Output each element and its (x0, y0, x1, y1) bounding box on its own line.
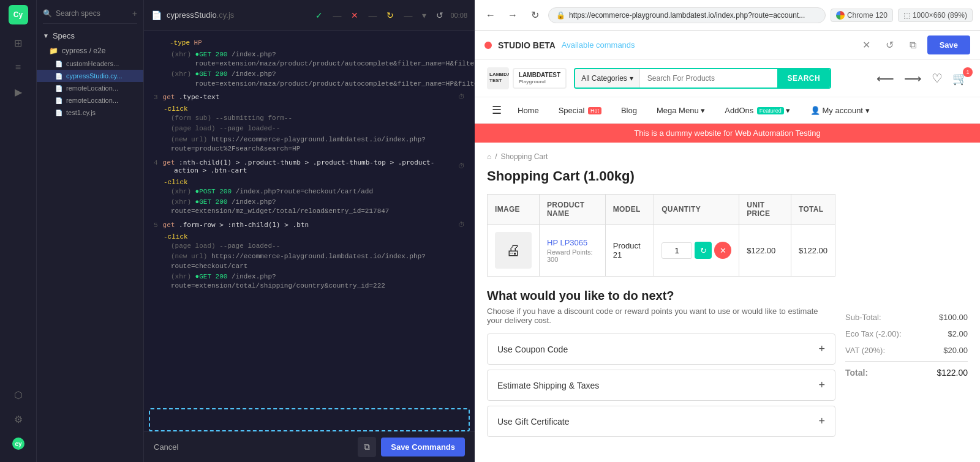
back-arrow-icon[interactable]: ⟵ (876, 71, 894, 86)
accordion-coupon-header[interactable]: Use Coupon Code + (488, 334, 835, 364)
logo-icon: LAMBDA TEST (487, 67, 509, 89)
search-area: All Categories ▾ SEARCH (574, 68, 831, 89)
cart-icon[interactable]: 🛒 1 (952, 71, 968, 86)
site-nav: ☰ Home Special Hot Blog Mega Menu ▾ AddO… (475, 97, 980, 124)
studio-copy-btn[interactable]: ⧉ (904, 36, 922, 54)
xhr-new-url-2: (new url) https://ecommerce-playground.l… (144, 251, 475, 272)
logo-text: LAMBDATEST Playground (513, 68, 567, 89)
file-panel: 🔍 Search specs + ▼ Specs 📁 cypress / e2e… (37, 0, 144, 462)
product-qty-cell: ↻ ✕ (654, 225, 739, 277)
accordion-gift-header[interactable]: Use Gift Certificate + (488, 406, 835, 436)
breadcrumb: ⌂ / Shopping Cart (487, 152, 968, 161)
browser-info: Chrome 120 ⬚ 1000×660 (89%) (831, 9, 973, 22)
step-3-header: 3get .type-text ⏱ (144, 89, 475, 105)
wishlist-icon[interactable]: ♡ (932, 71, 943, 86)
product-name-link[interactable]: HP LP3065 (547, 238, 598, 247)
sidebar-analytics[interactable]: ⬡ (7, 384, 29, 406)
address-bar[interactable]: 🔒 https://ecommerce-playground.lambdates… (548, 7, 826, 23)
studio-close-btn[interactable]: ✕ (858, 36, 876, 54)
back-button[interactable]: ← (482, 7, 499, 24)
chrome-icon (836, 11, 845, 20)
step-5-clock: ⏱ (458, 221, 465, 229)
nav-home[interactable]: Home (509, 99, 548, 122)
account-icon: 👤 (810, 106, 820, 115)
cart-main: Shopping Cart (1.00kg) IMAGE PRODUCT NAM… (487, 168, 835, 442)
left-sidebar: Cy ⊞ ≡ ▶ ⬡ ⚙ cy (0, 0, 37, 462)
save-commands-button[interactable]: Save Commands (381, 438, 465, 456)
studio-save-btn[interactable]: Save (927, 35, 970, 54)
accordion-gift: Use Gift Certificate + (487, 406, 835, 437)
sidebar-overview[interactable]: ⊞ (7, 32, 29, 54)
file-cypressStudio[interactable]: 📄 cypressStudio.cy... (37, 70, 143, 82)
code-body: -type HP (xhr) ●GET 200 /index.php? rout… (144, 31, 475, 431)
copy-button[interactable]: ⧉ (358, 437, 376, 457)
cancel-button[interactable]: Cancel (154, 442, 178, 452)
studio-dot (484, 42, 492, 49)
step-5-click: -click (144, 233, 475, 241)
app-logo[interactable]: Cy (9, 5, 28, 24)
svg-text:cy: cy (15, 441, 22, 447)
step-3-click: -click (144, 105, 475, 113)
add-spec-btn[interactable]: + (132, 9, 137, 18)
nav-blog[interactable]: Blog (612, 99, 646, 122)
search-category-dropdown[interactable]: All Categories ▾ (575, 69, 640, 88)
footer-right: ⧉ Save Commands (358, 437, 465, 457)
ecotax-label: Eco Tax (-2.00): (845, 329, 902, 338)
dropdown-btn[interactable]: ▾ (419, 9, 429, 22)
home-icon[interactable]: ⌂ (487, 152, 491, 161)
xhr-line-2: (xhr) ●GET 200 /index.php? route=extensi… (144, 69, 475, 89)
search-specs-label: Search specs (56, 9, 100, 18)
xhr-line-1: (xhr) ●GET 200 /index.php? route=extensi… (144, 50, 475, 70)
featured-badge: Featured (757, 107, 784, 114)
summary-vat: VAT (20%): $20.00 (845, 342, 968, 359)
hamburger-icon[interactable]: ☰ (487, 97, 507, 123)
qty-input[interactable] (662, 242, 692, 259)
reload-btn[interactable]: ↺ (433, 9, 447, 22)
search-button[interactable]: SEARCH (777, 69, 830, 88)
product-image-cell: 🖨 (488, 225, 540, 277)
timestamp: 00:08 (450, 12, 467, 19)
total-value: $122.00 (937, 368, 968, 378)
file-remoteLocation1[interactable]: 📄 remoteLocation... (37, 82, 143, 94)
url-text: https://ecommerce-playground.lambdatest.… (569, 11, 818, 20)
browser-content: LAMBDA TEST LAMBDATEST Playground All Ca… (475, 60, 980, 462)
separator3: — (401, 9, 415, 22)
cross-btn[interactable]: ✕ (348, 9, 361, 22)
spinner-btn[interactable]: ↻ (383, 9, 397, 22)
nav-special[interactable]: Special Hot (550, 99, 610, 122)
qty-refresh-btn[interactable]: ↻ (695, 242, 712, 259)
check-btn[interactable]: ✓ (312, 9, 326, 22)
col-quantity: QUANTITY (654, 195, 739, 225)
qty-delete-btn[interactable]: ✕ (714, 242, 731, 259)
nav-addons[interactable]: AddOns Featured ▾ (716, 99, 799, 122)
xhr-page-load-2: (page load) --page loaded-- (144, 241, 475, 251)
sidebar-settings[interactable]: ⚙ (7, 408, 29, 430)
search-products-input[interactable] (640, 69, 778, 88)
file-icon: 📄 (55, 85, 62, 92)
sidebar-tests[interactable]: ≡ (7, 56, 29, 78)
col-product-name: PRODUCT NAME (540, 195, 606, 225)
forward-button[interactable]: → (504, 7, 521, 24)
studio-reload-btn[interactable]: ↺ (881, 36, 899, 54)
svg-text:LAMBDA: LAMBDA (489, 72, 509, 77)
available-commands-link[interactable]: Available commands (562, 40, 635, 50)
accordion-shipping-header[interactable]: Estimate Shipping & Taxes + (488, 370, 835, 400)
file-test1[interactable]: 📄 test1.cy.js (37, 106, 143, 119)
folder-cypress-e2e[interactable]: 📁 cypress / e2e (37, 44, 143, 58)
subtotal-label: Sub-Total: (845, 313, 881, 322)
col-model: MODEL (605, 195, 654, 225)
file-icon: 📄 (55, 61, 62, 67)
file-customHeaders[interactable]: 📄 customHeaders... (37, 58, 143, 70)
sidebar-runs[interactable]: ▶ (7, 81, 29, 103)
forward-arrow-icon[interactable]: ⟶ (904, 71, 922, 86)
refresh-button[interactable]: ↻ (526, 7, 543, 24)
studio-left: STUDIO BETA Available commands (484, 40, 635, 50)
qty-control: ↻ ✕ (662, 242, 731, 259)
folder-label: cypress / e2e (62, 47, 105, 55)
nav-account[interactable]: 👤 My account ▾ (802, 99, 878, 122)
browser-toolbar: ← → ↻ 🔒 https://ecommerce-playground.lam… (475, 0, 980, 31)
what-next-desc: Choose if you have a discount code or re… (487, 307, 835, 325)
nav-mega-menu[interactable]: Mega Menu ▾ (648, 99, 714, 122)
file-remoteLocation2[interactable]: 📄 remoteLocation... (37, 94, 143, 106)
accordion-coupon: Use Coupon Code + (487, 333, 835, 365)
